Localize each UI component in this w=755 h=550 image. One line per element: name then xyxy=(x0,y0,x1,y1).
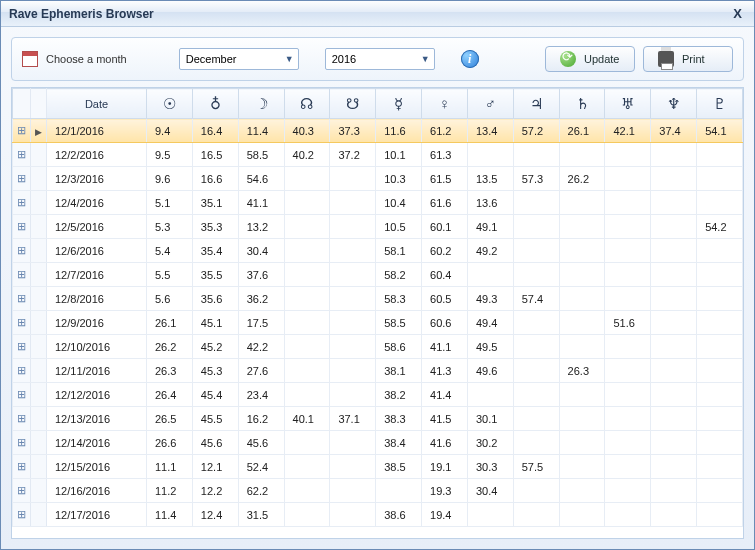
table-row[interactable]: 12/4/20165.135.141.110.461.613.6 xyxy=(13,191,743,215)
expand-toggle[interactable] xyxy=(13,503,31,527)
cell-uranus xyxy=(605,479,651,503)
cell-pluto xyxy=(697,359,743,383)
table-row[interactable]: 12/1/20169.416.411.440.337.311.661.213.4… xyxy=(13,119,743,143)
cell-north_node xyxy=(284,503,330,527)
expand-toggle[interactable] xyxy=(13,311,31,335)
print-button[interactable]: Print xyxy=(643,46,733,72)
table-row[interactable]: 12/14/201626.645.645.638.441.630.2 xyxy=(13,431,743,455)
column-header-north_node[interactable]: ☊ xyxy=(284,89,330,119)
cell-moon: 45.6 xyxy=(238,431,284,455)
cell-sun: 26.4 xyxy=(147,383,193,407)
expand-toggle[interactable] xyxy=(13,239,31,263)
expand-toggle[interactable] xyxy=(13,215,31,239)
cell-date: 12/17/2016 xyxy=(47,503,147,527)
cell-neptune xyxy=(651,335,697,359)
table-row[interactable]: 12/15/201611.112.152.438.519.130.357.5 xyxy=(13,455,743,479)
cell-south_node xyxy=(330,383,376,407)
table-row[interactable]: 12/9/201626.145.117.558.560.649.451.6 xyxy=(13,311,743,335)
column-header-sun[interactable]: ☉ xyxy=(147,89,193,119)
month-select[interactable]: December ▼ xyxy=(179,48,299,70)
column-header-neptune[interactable]: ♆ xyxy=(651,89,697,119)
table-row[interactable]: 12/3/20169.616.654.610.361.513.557.326.2 xyxy=(13,167,743,191)
update-button[interactable]: Update xyxy=(545,46,635,72)
column-header-moon[interactable]: ☽ xyxy=(238,89,284,119)
row-indicator xyxy=(31,311,47,335)
cell-mercury: 58.1 xyxy=(376,239,422,263)
column-header-jupiter[interactable]: ♃ xyxy=(513,89,559,119)
expand-toggle[interactable] xyxy=(13,287,31,311)
table-row[interactable]: 12/13/201626.545.516.240.137.138.341.530… xyxy=(13,407,743,431)
cell-south_node xyxy=(330,215,376,239)
expand-toggle[interactable] xyxy=(13,359,31,383)
update-button-label: Update xyxy=(584,53,619,65)
column-header-pluto[interactable]: ♇ xyxy=(697,89,743,119)
cell-date: 12/9/2016 xyxy=(47,311,147,335)
row-indicator xyxy=(31,287,47,311)
column-header-south_node[interactable]: ☋ xyxy=(330,89,376,119)
cell-earth: 12.2 xyxy=(192,479,238,503)
cell-south_node: 37.3 xyxy=(330,119,376,143)
table-row[interactable]: 12/8/20165.635.636.258.360.549.357.4 xyxy=(13,287,743,311)
cell-jupiter xyxy=(513,479,559,503)
cell-mars: 30.4 xyxy=(467,479,513,503)
cell-jupiter xyxy=(513,215,559,239)
cell-venus: 61.3 xyxy=(422,143,468,167)
table-row[interactable]: 12/11/201626.345.327.638.141.349.626.3 xyxy=(13,359,743,383)
info-button[interactable]: i xyxy=(461,50,479,68)
cell-earth: 16.6 xyxy=(192,167,238,191)
table-row[interactable]: 12/2/20169.516.558.540.237.210.161.3 xyxy=(13,143,743,167)
cell-jupiter xyxy=(513,239,559,263)
table-row[interactable]: 12/12/201626.445.423.438.241.4 xyxy=(13,383,743,407)
table-row[interactable]: 12/6/20165.435.430.458.160.249.2 xyxy=(13,239,743,263)
cell-north_node xyxy=(284,359,330,383)
year-select[interactable]: 2016 ▼ xyxy=(325,48,435,70)
cell-jupiter xyxy=(513,143,559,167)
expand-toggle[interactable] xyxy=(13,143,31,167)
table-row[interactable]: 12/5/20165.335.313.210.560.149.154.2 xyxy=(13,215,743,239)
indicator-header xyxy=(31,89,47,119)
expand-toggle[interactable] xyxy=(13,455,31,479)
column-header-venus[interactable]: ♀ xyxy=(422,89,468,119)
expand-toggle[interactable] xyxy=(13,407,31,431)
expand-toggle[interactable] xyxy=(13,335,31,359)
expand-toggle[interactable] xyxy=(13,263,31,287)
close-button[interactable]: X xyxy=(729,4,746,23)
table-row[interactable]: 12/16/201611.212.262.219.330.4 xyxy=(13,479,743,503)
column-header-uranus[interactable]: ♅ xyxy=(605,89,651,119)
expand-toggle[interactable] xyxy=(13,383,31,407)
expand-toggle[interactable] xyxy=(13,191,31,215)
cell-south_node xyxy=(330,239,376,263)
cell-north_node: 40.2 xyxy=(284,143,330,167)
cell-moon: 31.5 xyxy=(238,503,284,527)
cell-uranus xyxy=(605,167,651,191)
column-header-mercury[interactable]: ☿ xyxy=(376,89,422,119)
cell-saturn xyxy=(559,335,605,359)
expand-toggle[interactable] xyxy=(13,479,31,503)
column-header-saturn[interactable]: ♄ xyxy=(559,89,605,119)
cell-sun: 5.4 xyxy=(147,239,193,263)
column-header-mars[interactable]: ♂ xyxy=(467,89,513,119)
expand-toggle[interactable] xyxy=(13,119,31,143)
row-indicator xyxy=(31,335,47,359)
table-row[interactable]: 12/17/201611.412.431.538.619.4 xyxy=(13,503,743,527)
table-row[interactable]: 12/7/20165.535.537.658.260.4 xyxy=(13,263,743,287)
cell-date: 12/7/2016 xyxy=(47,263,147,287)
cell-venus: 19.1 xyxy=(422,455,468,479)
cell-mercury: 38.6 xyxy=(376,503,422,527)
column-header-date[interactable]: Date xyxy=(47,89,147,119)
cell-mars: 30.2 xyxy=(467,431,513,455)
print-icon xyxy=(658,51,674,67)
column-header-earth[interactable]: ♁ xyxy=(192,89,238,119)
grid-scroll[interactable]: Date☉♁☽☊☋☿♀♂♃♄♅♆♇ 12/1/20169.416.411.440… xyxy=(12,88,743,538)
cell-neptune xyxy=(651,311,697,335)
row-indicator xyxy=(31,503,47,527)
cell-venus: 60.1 xyxy=(422,215,468,239)
table-row[interactable]: 12/10/201626.245.242.258.641.149.5 xyxy=(13,335,743,359)
cell-south_node xyxy=(330,431,376,455)
cell-mercury: 58.2 xyxy=(376,263,422,287)
expand-toggle[interactable] xyxy=(13,431,31,455)
expand-toggle[interactable] xyxy=(13,167,31,191)
cell-sun: 5.1 xyxy=(147,191,193,215)
cell-date: 12/8/2016 xyxy=(47,287,147,311)
cell-north_node xyxy=(284,311,330,335)
